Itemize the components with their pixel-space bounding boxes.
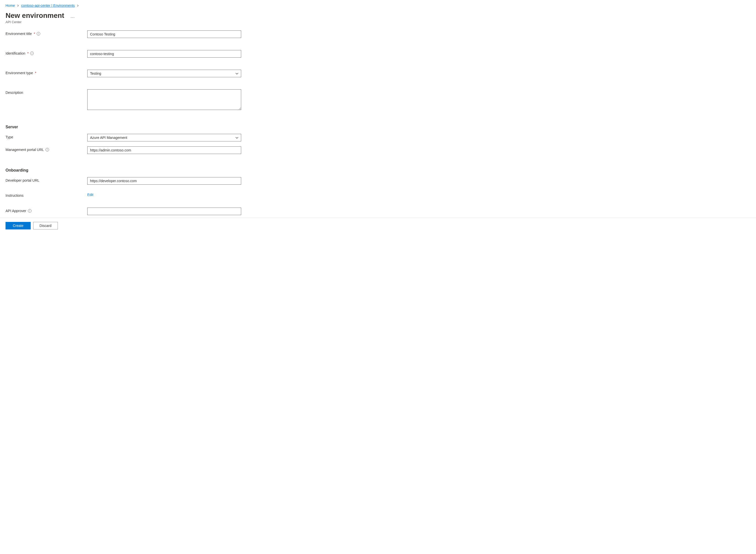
required-indicator: *: [34, 32, 35, 36]
row-developer-url: Developer portal URL: [6, 177, 750, 185]
more-actions-button[interactable]: …: [70, 14, 75, 19]
chevron-right-icon: [17, 5, 19, 7]
label-environment-type: Environment type *: [6, 70, 87, 75]
developer-portal-url-input[interactable]: [87, 177, 241, 185]
identification-input[interactable]: [87, 50, 241, 58]
management-portal-url-input[interactable]: [87, 147, 241, 154]
row-identification: Identification * i: [6, 50, 750, 58]
info-icon[interactable]: i: [30, 52, 34, 55]
info-icon[interactable]: i: [28, 209, 32, 213]
row-instructions: Instructions Edit: [6, 192, 750, 198]
environment-title-input[interactable]: [87, 31, 241, 38]
section-heading-server: Server: [6, 125, 750, 129]
label-management-url: Management portal URL i: [6, 147, 87, 152]
breadcrumb-resource[interactable]: contoso-api-center | Environments: [21, 3, 75, 8]
breadcrumb: Home contoso-api-center | Environments: [6, 3, 750, 8]
row-server-type: Type: [6, 134, 750, 142]
section-heading-onboarding: Onboarding: [6, 168, 750, 173]
label-instructions: Instructions: [6, 192, 87, 198]
row-description: Description: [6, 89, 750, 111]
api-approver-input[interactable]: [87, 208, 241, 215]
edit-instructions-link[interactable]: Edit: [87, 192, 93, 197]
row-api-approver: API Approver i: [6, 208, 750, 215]
label-description: Description: [6, 89, 87, 95]
page-subtitle: API Center: [6, 20, 750, 24]
create-button[interactable]: Create: [6, 222, 31, 229]
breadcrumb-home[interactable]: Home: [6, 3, 15, 8]
required-indicator: *: [27, 51, 29, 55]
row-environment-title: Environment title * i: [6, 31, 750, 38]
chevron-right-icon: [77, 5, 79, 7]
environment-type-value[interactable]: [87, 70, 241, 77]
label-api-approver: API Approver i: [6, 208, 87, 213]
title-row: New environment …: [6, 12, 750, 20]
page-title: New environment: [6, 12, 64, 20]
environment-type-select[interactable]: [87, 70, 241, 77]
label-server-type: Type: [6, 134, 87, 139]
description-textarea[interactable]: [87, 89, 241, 110]
label-identification: Identification * i: [6, 50, 87, 55]
required-indicator: *: [35, 71, 36, 75]
row-environment-type: Environment type *: [6, 70, 750, 77]
footer-actions: Create Discard: [0, 218, 756, 232]
info-icon[interactable]: i: [46, 148, 49, 152]
label-developer-url: Developer portal URL: [6, 177, 87, 182]
server-type-select[interactable]: [87, 134, 241, 142]
label-environment-title: Environment title * i: [6, 31, 87, 36]
server-type-value[interactable]: [87, 134, 241, 142]
page-content: Home contoso-api-center | Environments N…: [0, 0, 756, 215]
row-management-url: Management portal URL i: [6, 147, 750, 154]
info-icon[interactable]: i: [37, 32, 40, 36]
discard-button[interactable]: Discard: [33, 222, 58, 229]
